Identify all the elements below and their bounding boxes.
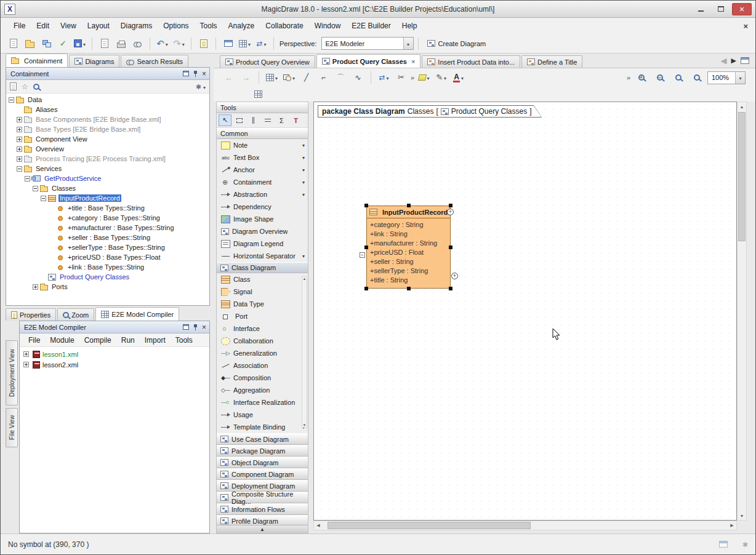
compiler-panel-header[interactable]: E2E Model Compiler — [20, 321, 209, 333]
tree-item[interactable]: Ports — [6, 282, 209, 292]
palette-item-data-type[interactable]: Data Type — [217, 298, 308, 310]
file-row[interactable]: lesson1.xml — [20, 349, 209, 359]
scrollbar-track[interactable] — [738, 111, 746, 511]
menu-tools[interactable]: Tools — [195, 19, 223, 33]
expander-collapsed-icon[interactable] — [23, 351, 29, 357]
expander-collapsed-icon[interactable] — [33, 284, 38, 290]
resize-handle-s[interactable] — [407, 287, 411, 290]
dropdown-arrow-icon[interactable] — [302, 167, 305, 173]
redo-button[interactable] — [171, 36, 187, 51]
file-row[interactable]: lesson2.xml — [20, 359, 209, 370]
resize-handle-ne[interactable] — [449, 204, 452, 207]
dropdown-arrow-icon[interactable] — [302, 192, 305, 198]
palette-section-component-diagram[interactable]: Component Diagram — [217, 468, 308, 480]
block-select-tool-button[interactable] — [233, 114, 246, 126]
undo-button[interactable] — [155, 36, 170, 51]
shapes-button[interactable] — [281, 70, 297, 85]
close-editor-icon[interactable] — [743, 22, 748, 31]
class-attribute[interactable]: +seller : String — [370, 257, 448, 266]
combobox-arrow-button[interactable] — [403, 38, 413, 49]
menu-collaborate[interactable]: Collaborate — [260, 19, 308, 33]
modules-button[interactable] — [39, 36, 54, 51]
tab-search-results[interactable]: Search Results — [121, 55, 188, 67]
resize-handle-sw[interactable] — [364, 287, 368, 290]
collapse-all-icon[interactable] — [10, 82, 17, 90]
canvas-vertical-scrollbar[interactable]: ▲ ▼ — [737, 102, 747, 521]
palette-item-port[interactable]: Port — [217, 310, 308, 322]
expander-expanded-icon[interactable] — [25, 176, 30, 182]
palette-item-association[interactable]: Association — [217, 359, 308, 372]
menu-layout[interactable]: Layout — [82, 19, 115, 33]
class-attributes-compartment[interactable]: +category : String +link : String +manuf… — [367, 218, 450, 288]
compiler-menu-import[interactable]: Import — [140, 334, 171, 346]
menu-analyze[interactable]: Analyze — [223, 19, 260, 33]
dropdown-arrow-icon[interactable] — [302, 254, 305, 259]
palette-item-diagram-legend[interactable]: Diagram Legend — [217, 238, 308, 250]
resize-handle-nw[interactable] — [364, 204, 368, 207]
palette-item-signal[interactable]: Signal — [217, 285, 308, 298]
palette-item-generalization[interactable]: Generalization — [217, 347, 308, 359]
curve-tool-button[interactable] — [333, 70, 348, 85]
palette-item-aggregation[interactable]: Aggregation — [217, 384, 308, 396]
tree-item[interactable]: Services — [6, 164, 209, 174]
containment-panel-header[interactable]: Containment — [6, 68, 209, 80]
palette-item-dependency[interactable]: Dependency — [217, 201, 308, 213]
tree-item[interactable]: Aliases — [6, 105, 209, 114]
tree-item[interactable]: +title : Base Types::String — [6, 203, 209, 213]
line-tool-button[interactable] — [299, 70, 314, 85]
menu-help[interactable]: Help — [396, 19, 423, 33]
scrollbar-track[interactable] — [323, 522, 728, 529]
palette-item-image-shape[interactable]: Image Shape — [217, 213, 308, 225]
forward-button[interactable]: → — [238, 70, 254, 85]
autosize-tool-button[interactable]: T — [289, 114, 302, 126]
tree-item[interactable]: Base Types [E2E Bridge Base.xml] — [6, 124, 209, 134]
overflow-chevron-icon[interactable] — [627, 73, 630, 82]
print-button[interactable] — [113, 36, 129, 51]
tree-item[interactable]: Process Tracing [E2E Process Tracing.xml… — [6, 154, 209, 164]
dropdown-arrow-icon[interactable] — [302, 143, 305, 148]
tab-product-query-classes[interactable]: Product Query Classes — [316, 54, 421, 68]
windows-layout-button[interactable] — [220, 36, 236, 51]
collapse-attributes-icon[interactable] — [360, 252, 365, 258]
compiler-menu-tools[interactable]: Tools — [171, 334, 198, 346]
scroll-down-icon[interactable]: ▼ — [303, 423, 307, 427]
menu-e2e-builder[interactable]: E2E Builder — [346, 19, 396, 33]
spline-tool-button[interactable] — [350, 70, 366, 85]
tree-item[interactable]: Component View — [6, 134, 209, 144]
palette-section-class-diagram[interactable]: Class Diagram — [217, 262, 308, 273]
tree-item[interactable]: Base Components [E2E Bridge Base.xml] — [6, 114, 209, 124]
expander-collapsed-icon[interactable] — [23, 362, 29, 367]
pointer-tool-button[interactable]: ↖ — [219, 114, 231, 126]
tab-define-a-title[interactable]: Define a Title — [521, 55, 582, 68]
expander-collapsed-icon[interactable] — [17, 137, 22, 142]
tab-deployment-view[interactable]: Deployment View — [6, 340, 18, 405]
notification-button[interactable] — [196, 36, 211, 51]
tab-insert-product-data[interactable]: Insert Product Data into... — [422, 55, 520, 68]
tree-item[interactable]: Product Query Classes — [6, 272, 209, 282]
rectilinear-tool-button[interactable] — [316, 70, 331, 85]
expander-expanded-icon[interactable] — [17, 166, 22, 172]
palette-item-note[interactable]: Note — [217, 139, 308, 151]
resize-handle-w[interactable] — [364, 246, 368, 249]
class-attribute[interactable]: +title : String — [370, 276, 448, 285]
overflow-chevron-icon[interactable] — [411, 73, 414, 82]
expander-collapsed-icon[interactable] — [17, 146, 22, 152]
scroll-up-icon[interactable]: ▲ — [738, 102, 746, 111]
zoom-in-button[interactable] — [633, 70, 649, 85]
palette-item-collaboration[interactable]: Collaboration — [217, 335, 308, 347]
scroll-right-icon[interactable]: ▶ — [728, 521, 736, 530]
validate-button[interactable] — [55, 36, 71, 51]
tab-containment[interactable]: Containment — [6, 54, 68, 67]
cut-button[interactable] — [393, 70, 409, 85]
palette-section-package-diagram[interactable]: Package Diagram — [217, 445, 308, 457]
perspective-combobox[interactable]: E2E Modeler — [321, 37, 414, 50]
scrollbar-thumb[interactable] — [328, 522, 531, 529]
scroll-tabs-right-icon[interactable]: ▶ — [731, 57, 736, 65]
diagram-canvas[interactable]: package Class Diagram Classes [ Product … — [313, 102, 737, 521]
menu-diagrams[interactable]: Diagrams — [115, 19, 158, 33]
sum-tool-button[interactable]: Σ — [275, 114, 288, 126]
palette-scrollbar[interactable]: ▲▼ — [302, 276, 307, 428]
minimize-button[interactable] — [691, 3, 710, 15]
palette-item-anchor[interactable]: Anchor — [217, 164, 308, 176]
back-button[interactable]: ← — [221, 70, 236, 85]
